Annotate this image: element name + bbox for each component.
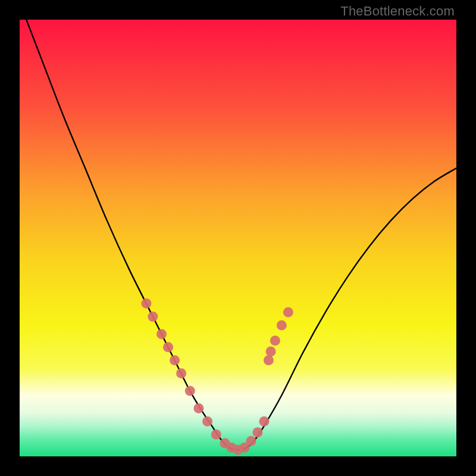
marker-point xyxy=(277,320,287,330)
marker-point xyxy=(170,355,180,365)
marker-point xyxy=(148,312,158,322)
highlight-markers xyxy=(141,299,293,455)
chart-frame: TheBottleneck.com xyxy=(0,0,476,476)
marker-point xyxy=(176,368,186,378)
marker-point xyxy=(163,342,173,352)
marker-point xyxy=(246,436,256,446)
marker-point xyxy=(266,346,276,356)
marker-point xyxy=(193,403,203,414)
marker-point xyxy=(185,386,195,396)
marker-point xyxy=(156,329,167,339)
marker-point xyxy=(141,299,151,309)
bottleneck-curve xyxy=(20,20,456,450)
marker-point xyxy=(270,336,280,346)
watermark-text: TheBottleneck.com xyxy=(340,4,455,19)
marker-point xyxy=(283,307,293,317)
chart-svg xyxy=(20,20,456,456)
marker-point xyxy=(253,427,263,437)
marker-point xyxy=(202,416,212,427)
marker-point xyxy=(259,416,270,427)
plot-area xyxy=(20,20,456,456)
marker-point xyxy=(264,355,274,365)
marker-point xyxy=(211,430,221,440)
